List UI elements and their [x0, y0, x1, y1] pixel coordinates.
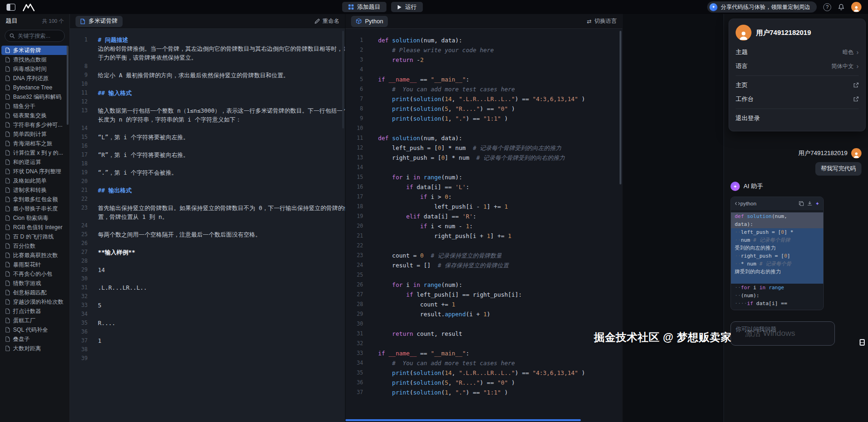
- external-link-icon: [853, 82, 859, 88]
- menu-item-language[interactable]: 语言简体中文›: [736, 59, 859, 73]
- sidebar-item-problem[interactable]: 进制求和转换: [1, 185, 68, 195]
- sidebar-item-problem[interactable]: DNA 序列还原: [1, 74, 68, 83]
- problem-name: 及格如此简单: [13, 177, 47, 185]
- code-vertical-scrollbar[interactable]: [620, 31, 621, 184]
- apply-magic-button[interactable]: ✦: [815, 201, 820, 207]
- sidebar-toggle-icon[interactable]: [7, 4, 15, 11]
- rename-button[interactable]: 重命名: [314, 17, 339, 25]
- search-input[interactable]: [18, 33, 60, 39]
- sidebar-item-problem[interactable]: 查找热点数据: [1, 55, 68, 64]
- run-button[interactable]: 运行: [391, 2, 423, 12]
- switch-language-button[interactable]: ⇄ 切换语言: [587, 17, 617, 25]
- sidebar-item-problem[interactable]: 百分位数: [1, 241, 68, 251]
- menu-item-home[interactable]: 主页: [736, 78, 859, 92]
- problem-line: 22: [70, 195, 345, 204]
- sidebar-item-problem[interactable]: 病毒感染时间: [1, 64, 68, 74]
- problem-line: 335: [70, 301, 345, 310]
- insert-code-button[interactable]: [807, 201, 813, 206]
- problem-line: 21## 输出格式: [70, 186, 345, 195]
- sidebar-item-problem[interactable]: 和的逆运算: [1, 157, 68, 167]
- card-code-line: ··right_push = [0]: [731, 252, 823, 260]
- user-menu-header: 用户74912182019: [736, 25, 859, 41]
- sidebar-item-problem[interactable]: 链表聚集交换: [1, 111, 68, 120]
- sidebar-item-problem[interactable]: 字符串有多少种可...: [1, 120, 68, 129]
- menu-item-theme[interactable]: 主题暗色›: [736, 45, 859, 59]
- code-editor[interactable]: 1def solution(num, data):2 # Please writ…: [345, 29, 622, 422]
- problem-line: 27**输入样例**: [70, 248, 345, 257]
- card-code: def solution(num,data):··left_push = [0]…: [731, 210, 823, 310]
- sidebar-item-problem[interactable]: 不再贪心的小包: [1, 269, 68, 279]
- sidebar-item-problem[interactable]: 拿到最多红包金额: [1, 195, 68, 204]
- sidebar-item-problem[interactable]: 环状 DNA 序列整理: [1, 167, 68, 176]
- card-code-line: ··num·# 记录每个骨牌: [731, 236, 823, 244]
- topbar-center: 添加题目 运行: [342, 2, 423, 12]
- sidebar-item-problem[interactable]: 比赛最高获胜次数: [1, 251, 68, 260]
- problem-name: 猜数字游戏: [13, 279, 41, 287]
- switch-language-label: 切换语言: [594, 17, 617, 25]
- problem-title-tab[interactable]: 多米诺骨牌: [76, 16, 123, 27]
- help-button[interactable]: ?: [823, 3, 831, 11]
- sidebar-item-problem[interactable]: 蛋糕工厂: [1, 316, 68, 325]
- add-problem-button[interactable]: 添加题目: [342, 2, 386, 12]
- file-icon: [5, 150, 10, 156]
- sidebar-item-problem[interactable]: RGB 色值转 Integer: [1, 223, 68, 232]
- chat-user-avatar: [851, 148, 861, 158]
- menu-item-workspace[interactable]: 工作台: [736, 92, 859, 106]
- sidebar-item-problem[interactable]: 猜数字游戏: [1, 279, 68, 288]
- problem-scrollbar[interactable]: [342, 31, 344, 129]
- chat-user-row: 用户74912182019: [798, 148, 861, 158]
- sidebar-scrollbar[interactable]: [67, 46, 69, 125]
- problem-name: 百分位数: [13, 242, 35, 250]
- menu-item-label: 工作台: [736, 95, 754, 103]
- sidebar-item-problem[interactable]: 及格如此简单: [1, 176, 68, 185]
- notifications-bell-icon[interactable]: [838, 3, 845, 11]
- user-avatar[interactable]: [851, 2, 861, 12]
- menu-username: 用户74912182019: [756, 28, 811, 37]
- sidebar-item-problem[interactable]: 百 D 的飞行路线: [1, 232, 68, 241]
- sidebar-item-problem[interactable]: 叠盘子: [1, 334, 68, 344]
- problem-editor[interactable]: 1# 问题描述边的相邻骨牌推倒。当一个骨牌，其左边倒向它的骨牌数目与其右边倒向它…: [70, 29, 345, 422]
- problem-name: 创意标题匹配: [13, 289, 47, 297]
- language-tab[interactable]: Python: [351, 16, 388, 27]
- sidebar-item-problem[interactable]: SQL 代码补全: [1, 325, 68, 334]
- problem-line: 17“R”，第 i 个字符将要被向右推。: [70, 150, 345, 159]
- code-horizontal-scrollbar[interactable]: [345, 419, 581, 421]
- file-icon: [5, 234, 10, 239]
- sidebar-item-problem[interactable]: 最小替换子串长度: [1, 204, 68, 213]
- file-icon: [5, 103, 10, 109]
- code-line: 37 print(solution(1, ".") == "1:1" ): [345, 388, 622, 397]
- code-line: 19 elif data[i] == 'R':: [345, 211, 622, 221]
- problem-line: 18: [70, 159, 345, 168]
- sidebar-item-problem[interactable]: Bytedance Tree: [1, 83, 68, 92]
- problem-line: 36: [70, 327, 345, 336]
- sidebar-item-problem[interactable]: 大数对距离: [1, 344, 68, 353]
- sidebar-item-problem[interactable]: 多米诺骨牌: [1, 46, 68, 55]
- sidebar-item-problem[interactable]: Base32 编码和解码: [1, 92, 68, 102]
- code-line: 16 if data[i] == 'L':: [345, 182, 622, 192]
- file-icon: [5, 327, 10, 333]
- sidebar-item-problem[interactable]: 暴雨梨花针: [1, 260, 68, 269]
- menu-item-value: 暗色›: [842, 48, 859, 56]
- code-line: 31 return count, result: [345, 329, 622, 339]
- problem-name: Cion 勒索病毒: [13, 214, 48, 222]
- sidebar-item-problem[interactable]: 穿越沙漠的补给次数: [1, 297, 68, 306]
- sidebar-item-problem[interactable]: 简单四则计算: [1, 129, 68, 139]
- sidebar-item-problem[interactable]: Cion 勒索病毒: [1, 213, 68, 223]
- sidebar-item-problem[interactable]: 创意标题匹配: [1, 288, 68, 297]
- sidebar-item-problem[interactable]: 猫鱼分干: [1, 102, 68, 111]
- file-icon: [5, 75, 10, 81]
- ai-assistant-label: AI 助手: [744, 182, 763, 191]
- chevron-right-icon: ›: [856, 63, 859, 69]
- code-line: 3 return -2: [345, 55, 622, 65]
- sidebar-item-problem[interactable]: 计算位置 x 到 y 的...: [1, 148, 68, 157]
- card-language-label: python: [740, 201, 757, 206]
- sidebar-item-problem[interactable]: 青海湖相车之旅: [1, 139, 68, 148]
- problem-name: 比赛最高获胜次数: [13, 252, 58, 259]
- code-line: 22: [345, 241, 622, 251]
- promo-pill[interactable]: ✦ 分享代码练习体验，领限量定制周边: [707, 1, 817, 13]
- code-editor-content: 1def solution(num, data):2 # Please writ…: [345, 35, 622, 397]
- code-line: 27 if left_push[i] == right_push[i]:: [345, 290, 622, 299]
- menu-item-logout[interactable]: 退出登录: [736, 111, 859, 125]
- copy-code-button[interactable]: [799, 201, 804, 206]
- sidebar-item-problem[interactable]: 打点计数器: [1, 306, 68, 316]
